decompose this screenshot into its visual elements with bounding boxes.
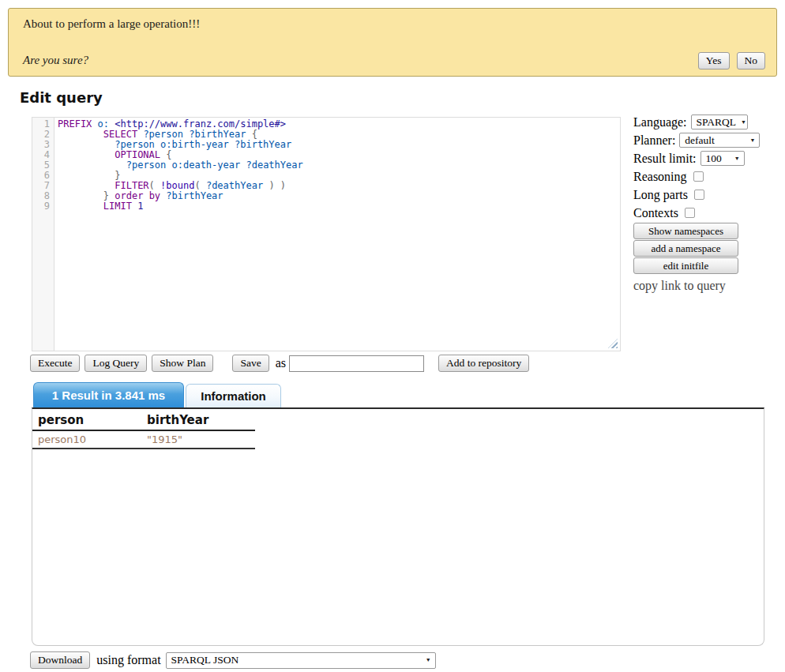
planner-row: Planner: default ▼ bbox=[633, 132, 785, 148]
code-token-kw: SELECT bbox=[103, 129, 137, 140]
reasoning-checkbox[interactable] bbox=[693, 171, 704, 182]
code-token-pun: { bbox=[252, 129, 257, 140]
page-title: Edit query bbox=[20, 89, 103, 106]
chevron-down-icon: ▼ bbox=[741, 119, 746, 126]
line-number: 8 bbox=[32, 191, 54, 201]
tab-information[interactable]: Information bbox=[186, 384, 281, 407]
planner-label: Planner: bbox=[633, 133, 675, 148]
using-format-label: using format bbox=[96, 653, 160, 667]
execute-button[interactable]: Execute bbox=[30, 355, 80, 372]
code-token-pln bbox=[92, 118, 97, 130]
language-select[interactable]: SPARQL ▼ bbox=[691, 115, 748, 130]
code-token-pln bbox=[58, 180, 115, 191]
warning-message: About to perform a large operation!!! bbox=[23, 17, 765, 31]
language-label: Language: bbox=[633, 115, 687, 130]
code-token-kw: OPTIONAL bbox=[115, 149, 160, 160]
download-button[interactable]: Download bbox=[30, 651, 90, 669]
warning-confirm-row: Are you sure? Yes No bbox=[23, 52, 765, 69]
checkbox-label: Reasoning bbox=[633, 170, 687, 184]
line-number: 7 bbox=[32, 181, 54, 191]
planner-select[interactable]: default ▼ bbox=[679, 133, 760, 148]
result-limit-row: Result limit: 100 ▼ bbox=[633, 150, 785, 167]
code-token-kw: FILTER bbox=[115, 180, 148, 191]
add-a-namespace-button[interactable]: add a namespace bbox=[633, 240, 738, 257]
query-code-area[interactable]: PREFIX o: <http://www.franz.com/simple#>… bbox=[54, 118, 303, 351]
tab-results[interactable]: 1 Result in 3.841 ms bbox=[33, 382, 184, 407]
code-token-pln bbox=[58, 201, 103, 212]
checkbox-row-long-parts: Long parts bbox=[633, 186, 785, 203]
results-table: personbirthYear person10"1915" bbox=[32, 411, 255, 449]
checkbox-label: Long parts bbox=[633, 188, 688, 202]
code-token-pre: o:birth-year bbox=[160, 139, 229, 150]
show-plan-button[interactable]: Show Plan bbox=[152, 355, 213, 372]
code-token-pln bbox=[155, 180, 160, 191]
editor-resize-handle-icon[interactable] bbox=[608, 339, 618, 348]
line-number: 5 bbox=[32, 160, 54, 171]
log-query-button[interactable]: Log Query bbox=[85, 355, 147, 372]
result-limit-label: Result limit: bbox=[633, 152, 697, 166]
result-limit-select[interactable]: 100 ▼ bbox=[700, 151, 745, 166]
query-options-panel: Language: SPARQL ▼ Planner: default ▼ Re… bbox=[633, 114, 785, 293]
save-name-input[interactable] bbox=[289, 355, 424, 372]
large-operation-warning-banner: About to perform a large operation!!! Ar… bbox=[8, 8, 777, 77]
chevron-down-icon: ▼ bbox=[426, 657, 431, 663]
save-as-label: as bbox=[276, 356, 286, 370]
chevron-down-icon: ▼ bbox=[734, 156, 740, 162]
code-token-var: ?person bbox=[143, 129, 183, 140]
no-button[interactable]: No bbox=[737, 52, 766, 69]
code-token-kw: order bbox=[115, 190, 143, 201]
code-token-uri: <http://www.franz.com/simple#> bbox=[115, 118, 286, 130]
query-code-editor[interactable]: 123456789 PREFIX o: <http://www.franz.co… bbox=[32, 117, 621, 351]
line-number: 3 bbox=[32, 140, 54, 150]
checkbox-row-contexts: Contexts bbox=[633, 205, 785, 221]
code-token-var: ?person bbox=[115, 139, 155, 150]
code-token-pln bbox=[58, 139, 115, 150]
edit-initfile-button[interactable]: edit initfile bbox=[633, 257, 738, 274]
table-cell-birthYear: "1915" bbox=[141, 434, 255, 445]
add-to-repository-button[interactable]: Add to repository bbox=[438, 355, 529, 372]
checkbox-label: Contexts bbox=[633, 206, 678, 220]
table-cell-person[interactable]: person10 bbox=[32, 434, 141, 445]
code-token-num: 1 bbox=[137, 201, 143, 212]
line-number: 4 bbox=[32, 150, 54, 160]
code-token-pun: ) bbox=[269, 180, 274, 191]
line-number: 9 bbox=[32, 201, 54, 212]
line-number: 2 bbox=[32, 130, 54, 140]
show-namespaces-button[interactable]: Show namespaces bbox=[633, 223, 738, 239]
code-token-var: ?birthYear bbox=[166, 190, 223, 201]
code-token-pun: { bbox=[166, 149, 171, 160]
code-token-kw: by bbox=[149, 190, 160, 201]
column-header-person: person bbox=[32, 413, 141, 427]
code-token-pun: ( bbox=[149, 180, 155, 191]
code-token-pln bbox=[58, 190, 103, 201]
sparql-query-page: About to perform a large operation!!! Ar… bbox=[0, 0, 785, 672]
line-number: 6 bbox=[32, 171, 54, 181]
code-token-var: ?person bbox=[126, 160, 167, 171]
yes-button[interactable]: Yes bbox=[698, 52, 730, 69]
checkbox-row-reasoning: Reasoning bbox=[633, 168, 785, 185]
code-token-pln bbox=[229, 139, 235, 150]
contexts-checkbox[interactable] bbox=[685, 208, 695, 218]
copy-link-to-query[interactable]: copy link to query bbox=[633, 279, 785, 293]
download-format-select[interactable]: SPARQL JSON ▼ bbox=[166, 652, 436, 669]
code-token-kw: LIMIT bbox=[103, 201, 132, 212]
code-token-kw: PREFIX bbox=[58, 118, 92, 130]
code-token-pln bbox=[155, 139, 160, 150]
code-token-bi: !bound bbox=[160, 180, 194, 191]
results-table-body: person10"1915" bbox=[32, 431, 255, 449]
save-button[interactable]: Save bbox=[232, 355, 269, 372]
code-token-pun: } bbox=[103, 190, 109, 201]
download-row: Download using format SPARQL JSON ▼ bbox=[30, 651, 436, 669]
code-token-pln bbox=[246, 129, 251, 140]
results-panel: personbirthYear person10"1915" bbox=[32, 407, 764, 646]
namespace-buttons: Show namespacesadd a namespaceedit initf… bbox=[633, 223, 785, 274]
code-token-pun: ) bbox=[280, 180, 286, 191]
confirm-buttons: Yes No bbox=[698, 52, 765, 69]
chevron-down-icon: ▼ bbox=[749, 137, 755, 144]
are-you-sure-text: Are you sure? bbox=[23, 54, 88, 69]
line-number-gutter: 123456789 bbox=[32, 118, 54, 351]
code-token-var: ?deathYear bbox=[246, 160, 302, 171]
code-token-pun: ( bbox=[194, 180, 200, 191]
results-tab-bar: 1 Result in 3.841 msInformation bbox=[33, 382, 281, 407]
long-parts-checkbox[interactable] bbox=[694, 190, 704, 200]
